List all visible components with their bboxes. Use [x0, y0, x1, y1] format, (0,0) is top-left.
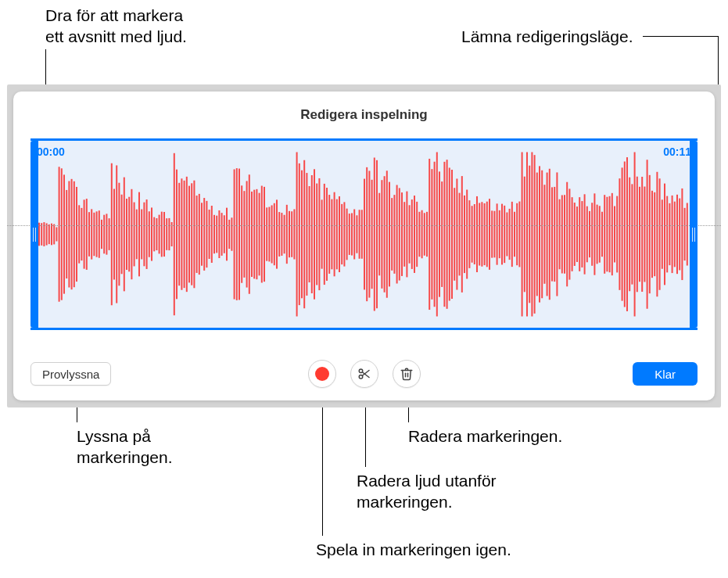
svg-rect-102 — [293, 209, 295, 259]
delete-button[interactable] — [393, 360, 421, 388]
svg-rect-82 — [243, 191, 245, 278]
trim-handle-right[interactable] — [690, 141, 698, 328]
svg-rect-175 — [476, 196, 478, 272]
svg-rect-250 — [664, 184, 665, 285]
svg-rect-75 — [226, 208, 228, 261]
svg-rect-238 — [634, 153, 636, 317]
svg-rect-144 — [399, 188, 400, 280]
svg-rect-164 — [449, 167, 450, 300]
svg-rect-18 — [84, 199, 85, 268]
svg-rect-97 — [281, 213, 282, 256]
svg-rect-142 — [393, 195, 395, 274]
callout-line — [643, 36, 719, 37]
svg-rect-133 — [371, 180, 373, 289]
svg-rect-96 — [278, 212, 280, 257]
svg-rect-196 — [529, 166, 530, 303]
svg-rect-160 — [439, 171, 440, 296]
svg-rect-91 — [266, 207, 267, 260]
svg-rect-218 — [584, 194, 586, 274]
svg-rect-248 — [659, 178, 661, 290]
svg-rect-100 — [289, 211, 290, 257]
svg-rect-95 — [276, 199, 278, 268]
svg-rect-129 — [361, 210, 363, 258]
svg-rect-113 — [321, 199, 323, 268]
svg-rect-63 — [196, 196, 198, 273]
svg-rect-21 — [91, 209, 92, 259]
record-icon — [315, 367, 329, 381]
svg-rect-165 — [451, 170, 453, 299]
svg-rect-252 — [669, 203, 670, 265]
svg-rect-237 — [631, 184, 633, 284]
svg-rect-108 — [309, 186, 310, 282]
svg-rect-145 — [401, 192, 403, 276]
trim-button[interactable] — [350, 360, 378, 388]
svg-rect-204 — [549, 169, 550, 300]
svg-rect-174 — [474, 204, 475, 264]
svg-rect-112 — [318, 178, 320, 290]
svg-rect-73 — [221, 213, 223, 256]
svg-rect-28 — [109, 218, 110, 250]
svg-rect-146 — [403, 202, 405, 267]
svg-rect-200 — [539, 166, 540, 302]
svg-rect-65 — [201, 203, 203, 265]
trim-handle-left[interactable] — [30, 141, 38, 328]
svg-rect-229 — [611, 193, 613, 275]
svg-rect-166 — [454, 188, 455, 281]
svg-rect-149 — [411, 199, 413, 269]
svg-rect-177 — [481, 202, 482, 267]
svg-rect-251 — [666, 196, 668, 273]
svg-rect-41 — [141, 210, 142, 260]
svg-rect-114 — [324, 184, 325, 285]
svg-rect-188 — [509, 209, 511, 260]
svg-rect-36 — [128, 197, 130, 272]
svg-rect-104 — [299, 163, 300, 305]
svg-rect-72 — [218, 210, 220, 258]
svg-rect-209 — [561, 195, 563, 273]
svg-rect-198 — [534, 155, 536, 314]
svg-rect-13 — [71, 179, 73, 289]
svg-rect-156 — [429, 159, 430, 310]
svg-rect-15 — [76, 187, 77, 282]
svg-rect-256 — [679, 199, 680, 271]
svg-rect-171 — [466, 190, 468, 279]
svg-rect-39 — [136, 210, 138, 260]
svg-rect-17 — [81, 208, 82, 260]
svg-rect-7 — [56, 228, 57, 242]
waveform — [38, 141, 690, 328]
svg-rect-257 — [681, 188, 683, 280]
preview-button[interactable]: Provlyssna — [30, 362, 111, 386]
svg-rect-193 — [522, 153, 523, 317]
svg-rect-38 — [134, 203, 135, 267]
svg-rect-259 — [687, 203, 688, 265]
svg-rect-158 — [434, 162, 436, 307]
svg-rect-8 — [59, 167, 60, 301]
svg-rect-48 — [159, 215, 160, 254]
svg-rect-79 — [236, 168, 238, 300]
svg-rect-87 — [256, 189, 257, 279]
record-button[interactable] — [308, 360, 336, 388]
svg-rect-173 — [472, 206, 473, 262]
svg-rect-19 — [86, 199, 88, 270]
done-button[interactable]: Klar — [633, 362, 698, 386]
svg-rect-147 — [406, 192, 407, 278]
svg-rect-190 — [514, 212, 515, 257]
svg-rect-182 — [493, 211, 495, 258]
svg-rect-236 — [629, 178, 630, 292]
svg-rect-199 — [536, 173, 538, 296]
svg-rect-185 — [501, 204, 503, 265]
svg-rect-34 — [124, 178, 125, 292]
svg-rect-207 — [556, 172, 558, 296]
svg-rect-81 — [241, 185, 242, 282]
svg-rect-212 — [568, 188, 570, 279]
svg-rect-117 — [331, 199, 332, 270]
svg-rect-83 — [246, 181, 248, 287]
svg-rect-180 — [489, 199, 490, 270]
svg-rect-128 — [359, 210, 360, 259]
waveform-container[interactable]: 00:00 00:11 — [30, 138, 698, 330]
svg-rect-211 — [566, 182, 568, 287]
svg-rect-240 — [639, 187, 640, 282]
svg-rect-52 — [168, 218, 170, 250]
svg-rect-132 — [368, 171, 370, 297]
svg-rect-143 — [396, 185, 398, 284]
svg-rect-107 — [306, 173, 307, 296]
